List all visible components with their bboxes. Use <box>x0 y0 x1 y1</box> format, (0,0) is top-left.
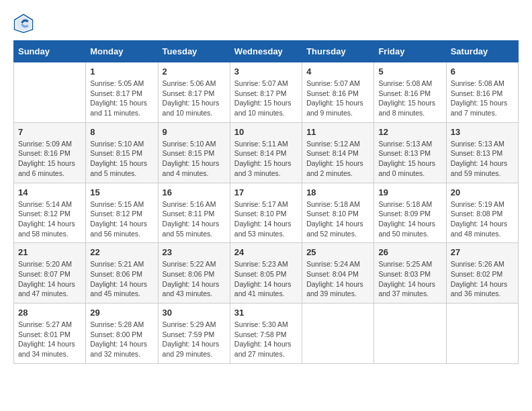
day-info: Sunrise: 5:18 AM Sunset: 8:10 PM Dayligh… <box>306 199 369 239</box>
day-number: 15 <box>90 187 153 197</box>
day-number: 14 <box>18 187 81 197</box>
day-number: 28 <box>18 308 81 318</box>
col-friday: Friday <box>374 41 446 62</box>
calendar-cell: 13Sunrise: 5:13 AM Sunset: 8:13 PM Dayli… <box>446 122 518 183</box>
day-info: Sunrise: 5:07 AM Sunset: 8:16 PM Dayligh… <box>306 79 369 118</box>
calendar-cell: 21Sunrise: 5:20 AM Sunset: 8:07 PM Dayli… <box>14 243 86 304</box>
day-number: 24 <box>234 247 298 257</box>
day-info: Sunrise: 5:26 AM Sunset: 8:02 PM Dayligh… <box>451 259 514 299</box>
day-info: Sunrise: 5:13 AM Sunset: 8:13 PM Dayligh… <box>378 139 441 179</box>
logo <box>13 13 36 34</box>
calendar-week-3: 14Sunrise: 5:14 AM Sunset: 8:12 PM Dayli… <box>14 183 519 243</box>
day-info: Sunrise: 5:28 AM Sunset: 8:00 PM Dayligh… <box>90 320 153 359</box>
day-number: 13 <box>451 127 514 137</box>
calendar-cell: 5Sunrise: 5:08 AM Sunset: 8:16 PM Daylig… <box>374 62 446 123</box>
calendar-cell: 31Sunrise: 5:30 AM Sunset: 7:58 PM Dayli… <box>230 304 302 364</box>
calendar-cell: 4Sunrise: 5:07 AM Sunset: 8:16 PM Daylig… <box>302 62 374 123</box>
day-number: 30 <box>163 308 226 318</box>
day-info: Sunrise: 5:07 AM Sunset: 8:17 PM Dayligh… <box>234 79 298 118</box>
day-info: Sunrise: 5:10 AM Sunset: 8:15 PM Dayligh… <box>163 139 226 179</box>
day-number: 27 <box>451 247 514 257</box>
col-tuesday: Tuesday <box>158 41 230 62</box>
day-info: Sunrise: 5:25 AM Sunset: 8:03 PM Dayligh… <box>378 259 441 299</box>
day-number: 1 <box>90 66 153 77</box>
day-number: 18 <box>306 187 369 197</box>
calendar-cell: 18Sunrise: 5:18 AM Sunset: 8:10 PM Dayli… <box>302 183 374 243</box>
day-number: 25 <box>306 247 369 257</box>
calendar-cell: 11Sunrise: 5:12 AM Sunset: 8:14 PM Dayli… <box>302 122 374 183</box>
day-info: Sunrise: 5:09 AM Sunset: 8:16 PM Dayligh… <box>18 139 81 179</box>
calendar-header-row: Sunday Monday Tuesday Wednesday Thursday… <box>14 41 519 62</box>
calendar-cell <box>446 304 518 364</box>
day-info: Sunrise: 5:19 AM Sunset: 8:08 PM Dayligh… <box>451 199 514 239</box>
calendar-cell: 22Sunrise: 5:21 AM Sunset: 8:06 PM Dayli… <box>86 243 158 304</box>
day-info: Sunrise: 5:27 AM Sunset: 8:01 PM Dayligh… <box>18 320 81 359</box>
day-number: 17 <box>234 187 298 197</box>
day-number: 3 <box>234 66 298 77</box>
calendar-week-4: 21Sunrise: 5:20 AM Sunset: 8:07 PM Dayli… <box>14 243 519 304</box>
day-number: 9 <box>163 127 226 137</box>
col-saturday: Saturday <box>446 41 518 62</box>
calendar-cell: 15Sunrise: 5:15 AM Sunset: 8:12 PM Dayli… <box>86 183 158 243</box>
day-number: 8 <box>90 127 153 137</box>
calendar-cell: 30Sunrise: 5:29 AM Sunset: 7:59 PM Dayli… <box>158 304 230 364</box>
calendar-cell <box>14 62 86 123</box>
day-info: Sunrise: 5:22 AM Sunset: 8:06 PM Dayligh… <box>163 259 226 299</box>
calendar-cell: 25Sunrise: 5:24 AM Sunset: 8:04 PM Dayli… <box>302 243 374 304</box>
day-info: Sunrise: 5:24 AM Sunset: 8:04 PM Dayligh… <box>306 259 369 299</box>
calendar-cell: 29Sunrise: 5:28 AM Sunset: 8:00 PM Dayli… <box>86 304 158 364</box>
day-info: Sunrise: 5:18 AM Sunset: 8:09 PM Dayligh… <box>378 199 441 239</box>
calendar-cell <box>302 304 374 364</box>
day-info: Sunrise: 5:06 AM Sunset: 8:17 PM Dayligh… <box>163 79 226 118</box>
day-info: Sunrise: 5:23 AM Sunset: 8:05 PM Dayligh… <box>234 259 298 299</box>
day-info: Sunrise: 5:08 AM Sunset: 8:16 PM Dayligh… <box>451 79 514 118</box>
calendar-cell: 1Sunrise: 5:05 AM Sunset: 8:17 PM Daylig… <box>86 62 158 123</box>
day-number: 19 <box>378 187 441 197</box>
day-number: 23 <box>163 247 226 257</box>
col-monday: Monday <box>86 41 158 62</box>
day-info: Sunrise: 5:16 AM Sunset: 8:11 PM Dayligh… <box>163 199 226 239</box>
calendar-cell: 20Sunrise: 5:19 AM Sunset: 8:08 PM Dayli… <box>446 183 518 243</box>
calendar-cell: 9Sunrise: 5:10 AM Sunset: 8:15 PM Daylig… <box>158 122 230 183</box>
day-number: 7 <box>18 127 81 137</box>
day-number: 20 <box>451 187 514 197</box>
calendar-week-5: 28Sunrise: 5:27 AM Sunset: 8:01 PM Dayli… <box>14 304 519 364</box>
day-info: Sunrise: 5:21 AM Sunset: 8:06 PM Dayligh… <box>90 259 153 299</box>
calendar-cell: 27Sunrise: 5:26 AM Sunset: 8:02 PM Dayli… <box>446 243 518 304</box>
calendar-cell: 19Sunrise: 5:18 AM Sunset: 8:09 PM Dayli… <box>374 183 446 243</box>
day-number: 21 <box>18 247 81 257</box>
day-number: 26 <box>378 247 441 257</box>
day-number: 4 <box>306 66 369 77</box>
calendar-cell: 17Sunrise: 5:17 AM Sunset: 8:10 PM Dayli… <box>230 183 302 243</box>
page-header <box>13 13 519 34</box>
day-number: 22 <box>90 247 153 257</box>
calendar-cell <box>374 304 446 364</box>
calendar-cell: 3Sunrise: 5:07 AM Sunset: 8:17 PM Daylig… <box>230 62 302 123</box>
calendar-cell: 16Sunrise: 5:16 AM Sunset: 8:11 PM Dayli… <box>158 183 230 243</box>
day-info: Sunrise: 5:14 AM Sunset: 8:12 PM Dayligh… <box>18 199 81 239</box>
day-info: Sunrise: 5:11 AM Sunset: 8:14 PM Dayligh… <box>234 139 298 179</box>
day-number: 6 <box>451 66 514 77</box>
day-number: 31 <box>234 308 298 318</box>
calendar-cell: 12Sunrise: 5:13 AM Sunset: 8:13 PM Dayli… <box>374 122 446 183</box>
day-info: Sunrise: 5:30 AM Sunset: 7:58 PM Dayligh… <box>234 320 298 359</box>
day-info: Sunrise: 5:17 AM Sunset: 8:10 PM Dayligh… <box>234 199 298 239</box>
calendar-cell: 28Sunrise: 5:27 AM Sunset: 8:01 PM Dayli… <box>14 304 86 364</box>
day-number: 5 <box>378 66 441 77</box>
day-info: Sunrise: 5:12 AM Sunset: 8:14 PM Dayligh… <box>306 139 369 179</box>
calendar-cell: 23Sunrise: 5:22 AM Sunset: 8:06 PM Dayli… <box>158 243 230 304</box>
day-info: Sunrise: 5:05 AM Sunset: 8:17 PM Dayligh… <box>90 79 153 118</box>
day-info: Sunrise: 5:20 AM Sunset: 8:07 PM Dayligh… <box>18 259 81 299</box>
calendar-cell: 14Sunrise: 5:14 AM Sunset: 8:12 PM Dayli… <box>14 183 86 243</box>
day-number: 2 <box>163 66 226 77</box>
day-number: 29 <box>90 308 153 318</box>
calendar-cell: 10Sunrise: 5:11 AM Sunset: 8:14 PM Dayli… <box>230 122 302 183</box>
calendar-cell: 24Sunrise: 5:23 AM Sunset: 8:05 PM Dayli… <box>230 243 302 304</box>
calendar-cell: 26Sunrise: 5:25 AM Sunset: 8:03 PM Dayli… <box>374 243 446 304</box>
calendar-table: Sunday Monday Tuesday Wednesday Thursday… <box>13 40 519 364</box>
day-info: Sunrise: 5:13 AM Sunset: 8:13 PM Dayligh… <box>451 139 514 179</box>
day-number: 16 <box>163 187 226 197</box>
col-sunday: Sunday <box>14 41 86 62</box>
day-number: 11 <box>306 127 369 137</box>
day-info: Sunrise: 5:10 AM Sunset: 8:15 PM Dayligh… <box>90 139 153 179</box>
